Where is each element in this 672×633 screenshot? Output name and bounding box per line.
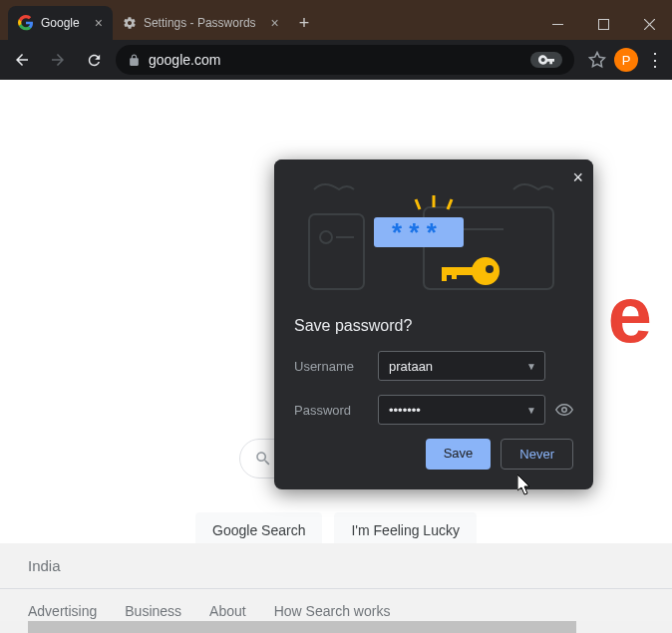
svg-point-20 [562, 408, 567, 413]
tab-close-icon[interactable]: × [95, 15, 103, 31]
lock-icon [128, 54, 141, 67]
google-favicon-icon [18, 15, 34, 31]
svg-rect-4 [309, 214, 364, 289]
tab-settings-passwords[interactable]: Settings - Passwords × [113, 6, 289, 40]
svg-rect-16 [442, 267, 480, 275]
password-value: ••••••• [389, 403, 421, 418]
window-controls [534, 8, 672, 40]
page-content: e Google Search I'm Feeling Lucky Google… [0, 80, 672, 633]
search-icon [254, 450, 272, 468]
gear-icon [123, 16, 137, 30]
omnibox[interactable]: google.com [116, 45, 574, 75]
username-field[interactable]: prataan ▼ [378, 351, 545, 381]
dialog-close-button[interactable]: × [572, 167, 583, 188]
window-close-button[interactable] [626, 8, 672, 40]
footer: India Advertising Business About How Sea… [0, 543, 672, 633]
svg-line-10 [416, 199, 420, 209]
password-label: Password [294, 403, 368, 418]
password-field[interactable]: ••••••• ▼ [378, 395, 545, 425]
svg-rect-0 [552, 24, 563, 25]
svg-point-19 [486, 265, 494, 273]
maximize-button[interactable] [580, 8, 626, 40]
save-password-dialog: × * * * [274, 159, 593, 489]
svg-rect-17 [442, 267, 447, 281]
show-password-icon[interactable] [555, 404, 573, 416]
minimize-button[interactable] [534, 8, 580, 40]
tab-close-icon[interactable]: × [271, 15, 279, 31]
svg-rect-18 [452, 267, 457, 279]
forward-button[interactable] [44, 46, 72, 74]
tab-google[interactable]: Google × [8, 6, 113, 40]
chrome-menu-button[interactable]: ⋮ [646, 49, 664, 71]
google-logo-fragment: e [608, 269, 653, 361]
chevron-down-icon: ▼ [526, 361, 536, 372]
footer-link[interactable]: Business [125, 603, 181, 619]
footer-country: India [0, 543, 672, 589]
footer-link[interactable]: How Search works [274, 603, 391, 619]
dialog-illustration: * * * [274, 159, 593, 299]
url-text: google.com [149, 52, 220, 68]
footer-link[interactable]: Advertising [28, 603, 97, 619]
browser-tabs: Google × Settings - Passwords × + [0, 6, 319, 40]
footer-link[interactable]: About [209, 603, 246, 619]
tab-title: Google [41, 16, 80, 30]
horizontal-scrollbar[interactable] [0, 621, 672, 633]
avatar-letter: P [622, 53, 631, 68]
key-indicator-icon[interactable] [530, 52, 562, 68]
dialog-title: Save password? [294, 317, 573, 335]
chevron-down-icon: ▼ [526, 405, 536, 416]
svg-point-5 [320, 231, 332, 243]
new-tab-button[interactable]: + [289, 13, 320, 34]
address-bar: google.com P ⋮ [0, 40, 672, 80]
reload-button[interactable] [80, 46, 108, 74]
save-button[interactable]: Save [426, 439, 492, 470]
back-button[interactable] [8, 46, 36, 74]
svg-rect-1 [598, 19, 608, 29]
bookmark-star-icon[interactable] [588, 51, 606, 69]
tab-title: Settings - Passwords [144, 16, 256, 30]
svg-text:* * *: * * * [392, 217, 438, 247]
username-label: Username [294, 359, 368, 374]
profile-avatar[interactable]: P [614, 48, 638, 72]
title-bar: Google × Settings - Passwords × + [0, 0, 672, 40]
scrollbar-thumb[interactable] [28, 621, 576, 633]
username-value: prataan [389, 359, 433, 374]
never-button[interactable]: Never [501, 439, 573, 470]
